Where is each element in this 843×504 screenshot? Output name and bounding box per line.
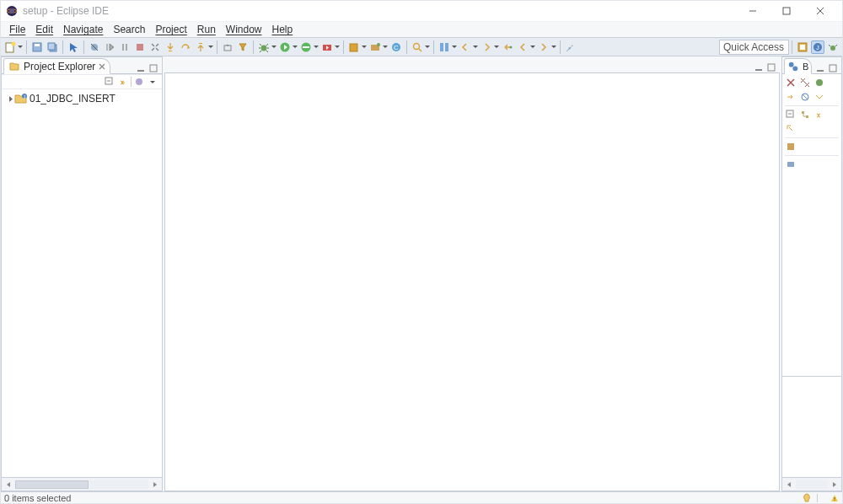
menu-project[interactable]: Project <box>150 22 191 37</box>
outline-tab[interactable]: B <box>784 58 812 74</box>
debug-button[interactable] <box>257 40 271 54</box>
coverage-button[interactable] <box>299 40 313 54</box>
maximize-view-icon[interactable] <box>148 63 158 73</box>
forward-dropdown[interactable] <box>551 40 556 54</box>
menu-file[interactable]: File <box>4 22 30 37</box>
new-dropdown[interactable] <box>18 40 23 54</box>
menu-search[interactable]: Search <box>108 22 150 37</box>
new-package-dropdown[interactable] <box>383 40 388 54</box>
goto-icon[interactable] <box>785 91 797 103</box>
forward-button[interactable] <box>537 40 550 54</box>
add-icon[interactable] <box>785 141 797 153</box>
tree-icon[interactable] <box>799 109 811 121</box>
status-text: 0 items selected <box>4 493 71 503</box>
expand-icon[interactable] <box>813 91 825 103</box>
annotation-prev-dropdown[interactable] <box>473 40 478 54</box>
svg-point-48 <box>816 79 823 86</box>
focus-task-icon[interactable] <box>133 76 145 88</box>
step-dropdown[interactable] <box>208 40 213 54</box>
close-tab-icon[interactable] <box>99 63 105 70</box>
toggle-mark-button[interactable] <box>438 40 451 54</box>
back-dropdown[interactable] <box>530 40 535 54</box>
warning-icon[interactable] <box>830 494 839 502</box>
run-button[interactable] <box>278 40 292 54</box>
more-icon[interactable] <box>785 123 797 135</box>
menu-help[interactable]: Help <box>267 22 298 37</box>
quick-access-input[interactable]: Quick Access <box>719 40 789 55</box>
maximize-editor-icon[interactable] <box>766 62 776 72</box>
horizontal-scrollbar[interactable] <box>2 477 162 491</box>
debug-perspective-button[interactable] <box>826 40 840 54</box>
external-run-button[interactable] <box>320 40 334 54</box>
last-edit-button[interactable] <box>501 40 514 54</box>
minimize-editor-icon[interactable] <box>754 62 764 72</box>
save-button[interactable] <box>30 40 44 54</box>
menu-window[interactable]: Window <box>221 22 267 37</box>
expand-arrow-icon[interactable] <box>7 95 14 103</box>
menu-navigate[interactable]: Navigate <box>58 22 108 37</box>
minimize-right-icon[interactable] <box>815 63 825 73</box>
close-button[interactable] <box>803 2 837 20</box>
drop-to-frame-button[interactable] <box>221 40 234 54</box>
toggle-mark-dropdown[interactable] <box>452 40 457 54</box>
collapse-all-icon[interactable] <box>104 76 115 88</box>
remove-icon[interactable] <box>785 77 797 88</box>
skip-icon[interactable] <box>799 91 811 103</box>
outline-toolbar <box>782 74 841 376</box>
back-button[interactable] <box>516 40 529 54</box>
step-return-button[interactable] <box>194 40 207 54</box>
debug-dropdown[interactable] <box>271 40 277 54</box>
java-perspective-button[interactable]: J <box>811 40 824 54</box>
show-icon[interactable] <box>813 77 825 88</box>
annotation-next-dropdown[interactable] <box>494 40 499 54</box>
tip-icon[interactable] <box>802 493 812 503</box>
link-icon[interactable] <box>813 109 825 121</box>
search-dropdown[interactable] <box>425 40 430 54</box>
svg-rect-11 <box>122 44 124 51</box>
editor-body[interactable] <box>164 73 780 491</box>
step-into-button[interactable] <box>164 40 177 54</box>
maximize-right-icon[interactable] <box>828 63 838 73</box>
menu-run[interactable]: Run <box>192 22 221 37</box>
suspend-button[interactable] <box>118 40 132 54</box>
remove-all-icon[interactable] <box>799 77 811 88</box>
new-java-class-button[interactable] <box>347 40 361 54</box>
step-over-button[interactable] <box>179 40 192 54</box>
link-with-editor-icon[interactable] <box>117 76 129 88</box>
maximize-button[interactable] <box>770 2 803 20</box>
coverage-dropdown[interactable] <box>314 40 319 54</box>
minimize-button[interactable] <box>736 2 770 20</box>
annotation-prev-button[interactable] <box>459 40 472 54</box>
cursor-icon[interactable] <box>67 40 80 54</box>
search-button[interactable] <box>411 40 424 54</box>
project-tree[interactable]: J 01_JDBC_INSERT <box>2 89 162 477</box>
status-sep-icon <box>817 494 825 502</box>
open-type-button[interactable]: C <box>389 40 403 54</box>
save-all-button[interactable] <box>46 40 59 54</box>
svg-rect-22 <box>350 44 357 51</box>
terminate-button[interactable] <box>133 40 147 54</box>
menu-edit[interactable]: Edit <box>30 22 58 37</box>
new-package-button[interactable] <box>368 40 382 54</box>
external-run-dropdown[interactable] <box>335 40 340 54</box>
resume-button[interactable] <box>103 40 116 54</box>
new-button[interactable] <box>3 40 17 54</box>
svg-point-5 <box>12 41 16 46</box>
right-scrollbar[interactable] <box>782 477 841 491</box>
pin-editor-button[interactable] <box>564 40 577 54</box>
annotation-next-button[interactable] <box>480 40 493 54</box>
disconnect-button[interactable] <box>148 40 162 54</box>
project-explorer-tab[interactable]: Project Explorer <box>3 58 110 74</box>
skip-breakpoints-button[interactable] <box>88 40 101 54</box>
open-perspective-button[interactable] <box>796 40 809 54</box>
pin-icon[interactable] <box>785 158 797 170</box>
collapse-icon[interactable] <box>785 109 797 121</box>
view-menu-icon[interactable] <box>147 76 158 88</box>
new-java-dropdown[interactable] <box>362 40 367 54</box>
window-title: setup - Eclipse IDE <box>23 5 109 17</box>
breakpoints-icon <box>787 61 799 72</box>
minimize-view-icon[interactable] <box>136 63 146 73</box>
step-filters-button[interactable] <box>236 40 250 54</box>
tree-row[interactable]: J 01_JDBC_INSERT <box>2 91 162 106</box>
run-dropdown[interactable] <box>293 40 298 54</box>
